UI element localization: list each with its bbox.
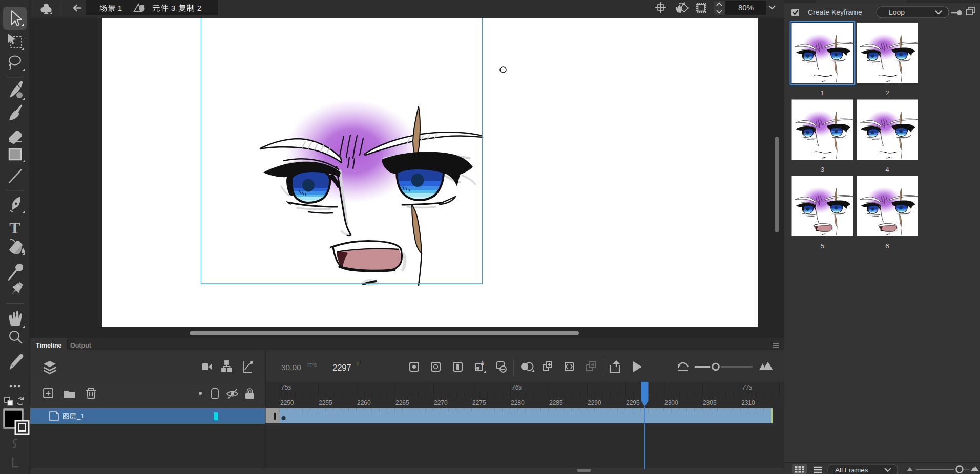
svg-text:75s: 75s bbox=[281, 384, 291, 391]
svg-text:3: 3 bbox=[171, 4, 175, 12]
svg-text:30,00: 30,00 bbox=[281, 363, 301, 372]
svg-text:Output: Output bbox=[70, 342, 92, 349]
svg-text:2270: 2270 bbox=[434, 399, 448, 406]
svg-text:T: T bbox=[9, 219, 20, 237]
svg-text:A: A bbox=[481, 361, 484, 367]
svg-text:Loop: Loop bbox=[889, 8, 905, 16]
svg-text:_1: _1 bbox=[76, 412, 84, 420]
svg-text:80%: 80% bbox=[738, 3, 754, 12]
svg-text:6: 6 bbox=[885, 242, 889, 250]
svg-text:2280: 2280 bbox=[511, 399, 525, 406]
svg-text:4: 4 bbox=[885, 166, 889, 174]
svg-text:2290: 2290 bbox=[588, 399, 601, 406]
svg-text:All Frames: All Frames bbox=[835, 466, 868, 474]
svg-text:2295: 2295 bbox=[626, 399, 640, 406]
svg-text:2: 2 bbox=[197, 4, 201, 12]
svg-text:FPS: FPS bbox=[307, 362, 317, 368]
svg-text:2275: 2275 bbox=[472, 399, 486, 406]
svg-text:1: 1 bbox=[821, 89, 825, 97]
svg-text:2: 2 bbox=[885, 89, 889, 97]
svg-text:Create Keyframe: Create Keyframe bbox=[808, 8, 862, 16]
svg-text:2305: 2305 bbox=[703, 399, 717, 406]
svg-text:2300: 2300 bbox=[664, 399, 678, 406]
svg-text:5: 5 bbox=[821, 242, 825, 250]
svg-text:1: 1 bbox=[118, 4, 122, 12]
svg-text:2255: 2255 bbox=[319, 399, 332, 406]
svg-text:3: 3 bbox=[821, 166, 825, 174]
svg-text:2250: 2250 bbox=[280, 399, 294, 406]
svg-text:76s: 76s bbox=[512, 384, 522, 391]
svg-text:2260: 2260 bbox=[357, 399, 371, 406]
svg-text:2297: 2297 bbox=[332, 363, 351, 372]
svg-text:Timeline: Timeline bbox=[36, 342, 62, 349]
svg-text:F: F bbox=[357, 361, 360, 367]
svg-text:2310: 2310 bbox=[741, 399, 755, 406]
svg-text:2285: 2285 bbox=[549, 399, 563, 406]
svg-text:77s: 77s bbox=[742, 384, 752, 391]
svg-text:2265: 2265 bbox=[395, 399, 409, 406]
